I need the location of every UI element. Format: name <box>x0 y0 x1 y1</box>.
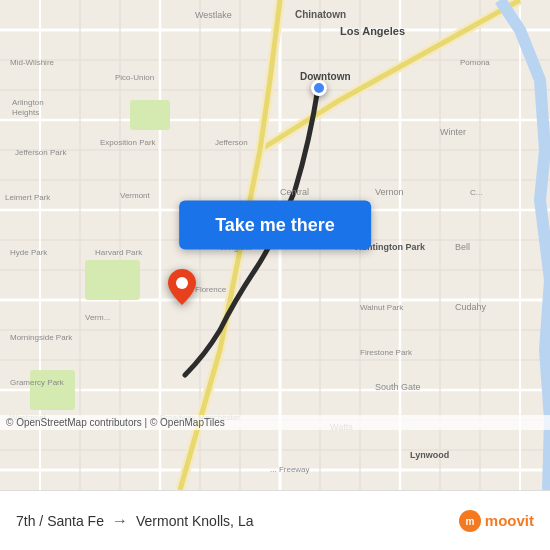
svg-text:Exposition Park: Exposition Park <box>100 138 157 147</box>
svg-rect-30 <box>85 260 140 300</box>
moovit-logo: m moovit <box>459 510 534 532</box>
take-me-there-button[interactable]: Take me there <box>179 201 371 250</box>
svg-text:Leimert Park: Leimert Park <box>5 193 51 202</box>
svg-rect-32 <box>130 100 170 130</box>
svg-point-69 <box>176 277 188 289</box>
moovit-text: moovit <box>485 512 534 529</box>
svg-text:C...: C... <box>470 188 482 197</box>
footer-bar: 7th / Santa Fe → Vermont Knolls, La m mo… <box>0 490 550 550</box>
svg-text:Firestone Park: Firestone Park <box>360 348 413 357</box>
svg-text:Florence: Florence <box>195 285 227 294</box>
svg-text:Heights: Heights <box>12 108 39 117</box>
svg-text:Harvard Park: Harvard Park <box>95 248 143 257</box>
svg-text:Hyde Park: Hyde Park <box>10 248 48 257</box>
svg-text:Cudahy: Cudahy <box>455 302 487 312</box>
svg-text:Gramercy Park: Gramercy Park <box>10 378 65 387</box>
copyright-bar: © OpenStreetMap contributors | © OpenMap… <box>0 415 550 430</box>
svg-text:Arlington: Arlington <box>12 98 44 107</box>
origin-marker <box>311 80 327 96</box>
svg-text:Vernon: Vernon <box>375 187 404 197</box>
copyright-text: © OpenStreetMap contributors | © OpenMap… <box>6 417 225 428</box>
destination-label: Vermont Knolls, La <box>136 513 254 529</box>
svg-text:Pomona: Pomona <box>460 58 490 67</box>
svg-text:Downtown: Downtown <box>300 71 351 82</box>
svg-text:Mid-Wilshire: Mid-Wilshire <box>10 58 55 67</box>
svg-text:Vermont: Vermont <box>120 191 151 200</box>
svg-text:Winter: Winter <box>440 127 466 137</box>
svg-text:... Freeway: ... Freeway <box>270 465 310 474</box>
svg-text:South Gate: South Gate <box>375 382 421 392</box>
svg-text:Westlake: Westlake <box>195 10 232 20</box>
svg-text:Lynwood: Lynwood <box>410 450 449 460</box>
svg-text:m: m <box>465 516 474 527</box>
arrow-icon: → <box>112 512 128 530</box>
svg-text:Pico-Union: Pico-Union <box>115 73 154 82</box>
origin-label: 7th / Santa Fe <box>16 513 104 529</box>
svg-text:Central: Central <box>280 187 309 197</box>
svg-text:Walnut Park: Walnut Park <box>360 303 404 312</box>
svg-text:Jefferson Park: Jefferson Park <box>15 148 67 157</box>
svg-text:Jefferson: Jefferson <box>215 138 248 147</box>
map-container: Westlake Chinatown Los Angeles Mid-Wilsh… <box>0 0 550 490</box>
destination-marker <box>168 269 196 309</box>
svg-text:Bell: Bell <box>455 242 470 252</box>
svg-text:Verm...: Verm... <box>85 313 110 322</box>
route-info: 7th / Santa Fe → Vermont Knolls, La <box>16 512 459 530</box>
svg-rect-31 <box>30 370 75 410</box>
svg-text:Los Angeles: Los Angeles <box>340 25 405 37</box>
svg-text:Morningside Park: Morningside Park <box>10 333 73 342</box>
svg-text:Chinatown: Chinatown <box>295 9 346 20</box>
moovit-icon: m <box>459 510 481 532</box>
